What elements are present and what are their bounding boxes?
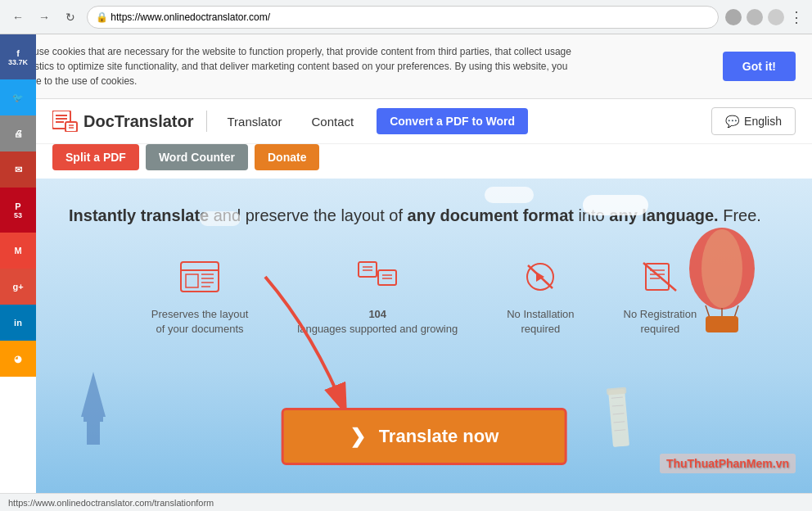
logo-icon bbox=[52, 111, 79, 132]
eiffel-tower bbox=[77, 372, 110, 449]
layout-icon bbox=[179, 260, 220, 301]
svg-rect-35 bbox=[83, 417, 103, 422]
nav-links: Translator Contact Convert a PDF to Word bbox=[220, 108, 705, 134]
cloud-decoration-2 bbox=[485, 187, 534, 203]
social-sidebar: f 33.7K 🐦 🖨 ✉ P 53 M g+ in ◕ bbox=[0, 34, 36, 377]
sub-navbar: Split a PDF Word Counter Donate bbox=[36, 144, 812, 179]
svg-rect-36 bbox=[87, 422, 100, 445]
browser-icons: ⋮ bbox=[725, 8, 804, 26]
feature-layout-label: Preserves the layoutof your documents bbox=[151, 307, 249, 337]
email-icon: ✉ bbox=[15, 165, 22, 175]
watermark: ThuThuatPhanMem.vn bbox=[660, 454, 796, 473]
pinterest-icon: P bbox=[15, 201, 20, 211]
status-bar: https://www.onlinedoctranslator.com/tran… bbox=[0, 493, 812, 511]
cookie-text: We use cookies that are necessary for th… bbox=[16, 44, 589, 88]
svg-rect-16 bbox=[378, 270, 396, 285]
translator-link[interactable]: Translator bbox=[220, 111, 288, 132]
cloud-decoration bbox=[583, 195, 648, 215]
split-pdf-button[interactable]: Split a PDF bbox=[52, 144, 139, 170]
forward-button[interactable]: → bbox=[34, 7, 54, 27]
rss-icon: ◕ bbox=[14, 354, 22, 364]
print-icon: 🖨 bbox=[14, 129, 23, 138]
gplus-icon: g+ bbox=[12, 282, 23, 292]
pinterest-share-button[interactable]: P 53 bbox=[0, 188, 36, 233]
svg-rect-4 bbox=[65, 122, 77, 132]
back-button[interactable]: ← bbox=[8, 7, 28, 27]
svg-point-29 bbox=[701, 229, 742, 308]
speech-bubble-icon: 💬 bbox=[725, 115, 739, 128]
logo-text: DocTranslator bbox=[83, 112, 193, 131]
translate-now-button[interactable]: ❯ Translate now bbox=[282, 408, 567, 465]
facebook-count: 33.7K bbox=[8, 58, 28, 66]
svg-rect-15 bbox=[359, 262, 377, 277]
cloud-decoration-3 bbox=[200, 211, 241, 226]
feature-no-install-label: No Installationrequired bbox=[507, 307, 574, 337]
linkedin-icon: in bbox=[14, 318, 22, 328]
donate-button[interactable]: Donate bbox=[255, 144, 319, 170]
svg-rect-10 bbox=[186, 274, 198, 287]
hero-text-part1: Instantly translate bbox=[69, 206, 209, 224]
menu-icon[interactable]: ⋮ bbox=[789, 8, 804, 26]
chevron-right-icon: ❯ bbox=[350, 425, 366, 448]
no-register-icon bbox=[639, 260, 680, 301]
linkedin-share-button[interactable]: in bbox=[0, 305, 36, 341]
gmail-icon: M bbox=[14, 246, 21, 256]
twitter-icon: 🐦 bbox=[12, 93, 24, 103]
googleplus-share-button[interactable]: g+ bbox=[0, 269, 36, 305]
status-url: https://www.onlinedoctranslator.com/tran… bbox=[8, 498, 214, 508]
convert-pdf-button[interactable]: Convert a PDF to Word bbox=[377, 108, 528, 134]
language-selector[interactable]: 💬 English bbox=[711, 107, 796, 135]
address-bar[interactable]: 🔒 https://www.onlinedoctranslator.com/ bbox=[87, 6, 719, 29]
translate-section: ❯ Translate now bbox=[282, 408, 567, 465]
svg-marker-34 bbox=[81, 372, 106, 417]
email-share-button[interactable]: ✉ bbox=[0, 151, 36, 188]
facebook-icon: f bbox=[16, 48, 20, 58]
contact-link[interactable]: Contact bbox=[304, 111, 360, 132]
navbar: DocTranslator Translator Contact Convert… bbox=[36, 99, 812, 144]
print-button[interactable]: 🖨 bbox=[0, 115, 36, 151]
logo: DocTranslator bbox=[52, 111, 207, 132]
svg-line-27 bbox=[643, 263, 676, 291]
no-install-icon bbox=[520, 260, 561, 301]
hero-text-part6: Free. bbox=[723, 206, 761, 224]
cookie-banner: We use cookies that are necessary for th… bbox=[0, 34, 812, 99]
features-row: Preserves the layoutof your documents 10… bbox=[69, 260, 779, 337]
svg-line-31 bbox=[734, 305, 738, 318]
language-label: English bbox=[744, 115, 782, 128]
pinterest-count: 53 bbox=[14, 211, 22, 219]
refresh-button[interactable]: ↻ bbox=[61, 7, 80, 27]
svg-rect-33 bbox=[706, 316, 738, 332]
hero-section: Instantly translate and preserve the lay… bbox=[36, 179, 812, 498]
main-content: DocTranslator Translator Contact Convert… bbox=[36, 99, 812, 498]
svg-line-30 bbox=[706, 305, 710, 318]
got-it-button[interactable]: Got it! bbox=[723, 52, 796, 81]
feature-languages: 104languages supported and growing bbox=[297, 260, 458, 337]
browser-chrome: ← → ↻ 🔒 https://www.onlinedoctranslator.… bbox=[0, 0, 812, 34]
hero-text-part3: any document format bbox=[408, 206, 574, 224]
feature-languages-label: 104languages supported and growing bbox=[297, 307, 458, 337]
feature-no-install: No Installationrequired bbox=[507, 260, 574, 337]
twitter-share-button[interactable]: 🐦 bbox=[0, 79, 36, 115]
word-counter-button[interactable]: Word Counter bbox=[146, 144, 248, 170]
languages-icon bbox=[357, 260, 398, 301]
rss-button[interactable]: ◕ bbox=[0, 341, 36, 377]
feature-layout: Preserves the layoutof your documents bbox=[151, 260, 249, 337]
gmail-share-button[interactable]: M bbox=[0, 233, 36, 269]
hero-text-part2: and preserve the layout of bbox=[214, 206, 408, 224]
facebook-share-button[interactable]: f 33.7K bbox=[0, 34, 36, 79]
translate-now-label: Translate now bbox=[379, 426, 499, 447]
hero-text: Instantly translate and preserve the lay… bbox=[69, 203, 779, 228]
pisa-tower bbox=[609, 380, 634, 449]
balloon-decoration bbox=[681, 228, 763, 326]
